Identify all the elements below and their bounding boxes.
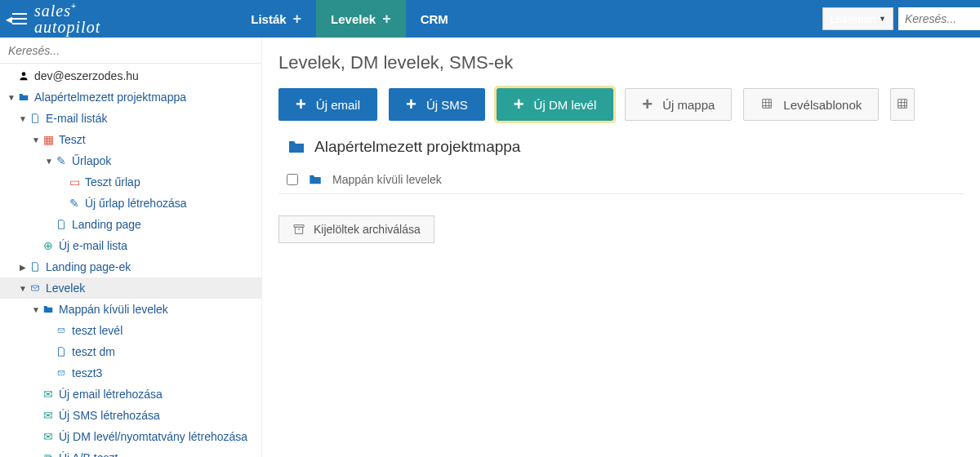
- tree-teszt-urlap[interactable]: ▭ Teszt űrlap: [0, 171, 261, 193]
- plus-icon: +: [642, 95, 653, 113]
- top-bar: ◂ sales+autopilot Listák + Levelek + CRM…: [0, 0, 980, 38]
- tree-teszt3[interactable]: teszt3: [0, 362, 261, 384]
- templates-button[interactable]: Levélsablonok: [743, 88, 879, 121]
- new-mail-icon: ✉: [41, 387, 56, 402]
- grid-icon: [760, 97, 773, 113]
- plus-icon: +: [514, 95, 524, 113]
- sidebar-search-input[interactable]: [0, 38, 261, 64]
- plus-icon: +: [296, 95, 306, 113]
- new-sms-icon: ✉: [41, 408, 56, 423]
- tree-levelek[interactable]: ▼ Levelek: [0, 277, 261, 299]
- grid-icon: [896, 97, 909, 113]
- tree-teszt-level[interactable]: teszt levél: [0, 320, 261, 341]
- chevron-left-icon: ◂: [6, 11, 12, 27]
- edit-plus-icon: ✎: [67, 196, 82, 211]
- hamburger-icon: [12, 13, 27, 24]
- tree-uj-email-lista[interactable]: ⊕ Új e-mail lista: [0, 235, 261, 256]
- archive-icon: [292, 223, 305, 236]
- plus-icon: +: [406, 95, 416, 113]
- top-search-input[interactable]: [898, 7, 980, 30]
- top-tabs: Listák + Levelek + CRM: [236, 0, 463, 38]
- tree-uj-ab[interactable]: ⧉ Új A/B teszt: [0, 447, 261, 457]
- mail-icon: [28, 281, 42, 295]
- tree-uj-dm[interactable]: ✉ Új DM levél/nyomtatvány létrehozása: [0, 426, 261, 447]
- page-icon: [54, 344, 69, 359]
- plus-icon[interactable]: +: [382, 11, 391, 26]
- more-button[interactable]: [890, 88, 915, 121]
- mail-icon: [54, 323, 69, 338]
- folder-icon: [41, 302, 56, 317]
- tree-uj-urlap[interactable]: ✎ Új űrlap létrehozása: [0, 193, 261, 214]
- tree-landing-pagek[interactable]: ▶ Landing page-ek: [0, 256, 261, 277]
- archive-selected-button[interactable]: Kijelöltek archiválása: [278, 215, 434, 243]
- tree-email-lists[interactable]: ▼ E-mail listák: [0, 108, 261, 129]
- caret-down-icon[interactable]: ▼: [18, 114, 28, 123]
- tree-teszt-dm[interactable]: teszt dm: [0, 341, 261, 362]
- caret-down-icon[interactable]: ▼: [7, 93, 16, 102]
- brand-logo: sales+autopilot: [33, 2, 114, 35]
- folder-icon: [306, 172, 324, 187]
- page-icon: [28, 260, 42, 274]
- new-dm-icon: ✉: [41, 429, 56, 444]
- sidebar-tree: dev@eszerzodes.hu ▼ Alapértelmezett proj…: [0, 64, 261, 457]
- mail-icon: [54, 366, 69, 380]
- tree-root-folder[interactable]: ▼ Alapértelmezett projektmappa: [0, 87, 261, 108]
- tree-landing-page[interactable]: Landing page: [0, 214, 261, 235]
- new-folder-button[interactable]: + Új mappa: [625, 88, 732, 121]
- tree-mappan-kivuli[interactable]: ▼ Mappán kívüli levelek: [0, 299, 261, 320]
- folder-icon: [16, 90, 31, 104]
- presentation-icon: ▦: [41, 132, 56, 147]
- main-content: Levelek, DM levelek, SMS-ek + Új email +…: [261, 38, 980, 457]
- caret-down-icon[interactable]: ▼: [31, 135, 41, 144]
- edit-icon: ✎: [54, 153, 69, 168]
- folder-item-label: Mappán kívüli levelek: [332, 173, 442, 186]
- caret-right-icon[interactable]: ▶: [18, 263, 28, 272]
- page-title: Levelek, DM levelek, SMS-ek: [278, 52, 964, 73]
- tab-levelek[interactable]: Levelek +: [316, 0, 406, 38]
- menu-toggle[interactable]: ◂: [0, 0, 33, 38]
- action-button-row: + Új email + Új SMS + Új DM levél + Új m…: [278, 88, 964, 121]
- user-icon: [16, 69, 31, 83]
- list-icon: [28, 111, 42, 126]
- folder-icon: [285, 137, 308, 157]
- form-icon: ▭: [67, 175, 82, 189]
- ab-test-icon: ⧉: [41, 450, 56, 457]
- new-sms-button[interactable]: + Új SMS: [389, 88, 485, 121]
- caret-down-icon[interactable]: ▼: [31, 305, 41, 314]
- tree-urlapok[interactable]: ▼ ✎ Űrlapok: [0, 150, 261, 171]
- tree-uj-sms[interactable]: ✉ Új SMS létrehozása: [0, 405, 261, 426]
- new-dm-button[interactable]: + Új DM levél: [497, 88, 614, 121]
- search-scope-select[interactable]: Listákban: [822, 7, 893, 30]
- sidebar: dev@eszerzodes.hu ▼ Alapértelmezett proj…: [0, 38, 261, 457]
- tab-crm[interactable]: CRM: [406, 0, 463, 38]
- tree-uj-email[interactable]: ✉ Új email létrehozása: [0, 384, 261, 405]
- folder-item-outside[interactable]: Mappán kívüli levelek: [278, 165, 964, 194]
- new-email-button[interactable]: + Új email: [278, 88, 377, 121]
- new-list-icon: ⊕: [41, 238, 56, 253]
- tab-listak[interactable]: Listák +: [236, 0, 316, 38]
- tree-teszt[interactable]: ▼ ▦ Teszt: [0, 129, 261, 150]
- sidebar-user[interactable]: dev@eszerzodes.hu: [0, 65, 261, 87]
- caret-down-icon[interactable]: ▼: [18, 284, 28, 293]
- plus-icon[interactable]: +: [293, 11, 302, 26]
- page-icon: [54, 217, 69, 232]
- caret-down-icon[interactable]: ▼: [44, 157, 54, 166]
- project-folder-heading[interactable]: Alapértelmezett projektmappa: [285, 137, 964, 157]
- folder-checkbox[interactable]: [287, 174, 298, 185]
